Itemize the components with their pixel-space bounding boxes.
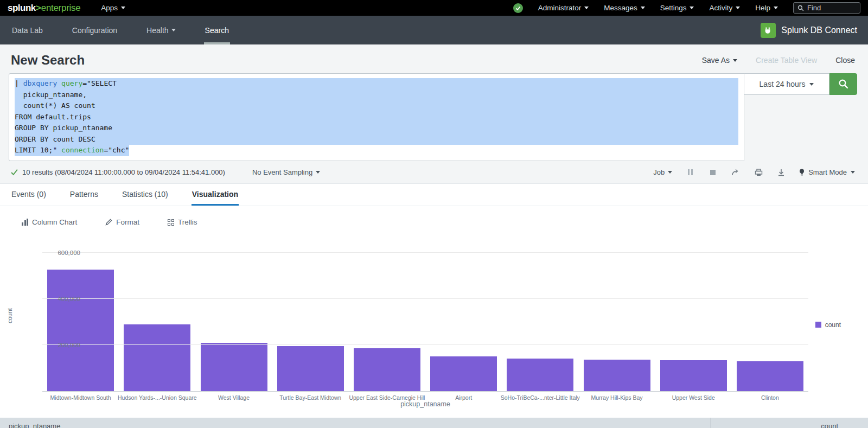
chart-bar-1[interactable] — [47, 270, 114, 391]
create-table-view-label: Create Table View — [756, 56, 817, 65]
help-menu[interactable]: Help — [755, 4, 778, 12]
close-label: Close — [835, 56, 855, 65]
chevron-down-icon — [774, 7, 778, 9]
create-table-view-button[interactable]: Create Table View — [756, 56, 817, 65]
logo-splunk-text: splunk — [8, 3, 36, 14]
tab-patterns[interactable]: Patterns — [69, 184, 99, 206]
app-identity[interactable]: Splunk DB Connect — [761, 16, 857, 44]
job-menu[interactable]: Job — [653, 168, 672, 176]
chevron-down-icon — [809, 83, 814, 86]
search-header-zone: New Search Save As Create Table View Clo… — [0, 44, 868, 184]
pause-job-button[interactable] — [685, 168, 695, 177]
chevron-down-icon — [668, 171, 672, 174]
administrator-menu[interactable]: Administrator — [538, 4, 589, 12]
settings-menu-label: Settings — [660, 4, 687, 12]
tab-statistics[interactable]: Statistics (10) — [122, 184, 169, 206]
print-button[interactable] — [754, 168, 763, 177]
download-icon — [777, 169, 785, 176]
chart-type-button[interactable]: Column Chart — [22, 214, 77, 231]
nav-item-configuration[interactable]: Configuration — [71, 16, 118, 44]
x-axis-title: pickup_ntaname — [42, 400, 808, 408]
time-range-picker[interactable]: Last 24 hours — [744, 73, 829, 95]
chart-bar-5[interactable] — [354, 348, 420, 391]
search-mode-menu[interactable]: Smart Mode — [799, 168, 855, 176]
bar-slot: Midtown-Midtown South — [42, 244, 119, 391]
gridline — [42, 298, 808, 299]
gridline — [42, 252, 808, 253]
nav-label: Data Lab — [12, 26, 43, 35]
nav-item-health[interactable]: Health — [145, 16, 176, 44]
close-button[interactable]: Close — [835, 56, 855, 65]
chart-type-label: Column Chart — [32, 218, 77, 226]
search-mode-label: Smart Mode — [808, 168, 847, 176]
chart-bar-2[interactable] — [124, 324, 190, 391]
chart-bar-9[interactable] — [660, 360, 727, 391]
stop-icon — [710, 170, 716, 175]
app-navbar: Data Lab Configuration Health Search Spl… — [0, 16, 868, 44]
find-input[interactable]: Find — [793, 2, 860, 14]
share-job-button[interactable] — [731, 168, 741, 177]
chart-plot-area: Midtown-Midtown SouthHudson Yards-...-Un… — [42, 244, 808, 392]
query-line: FROM default.trips — [15, 112, 738, 123]
chart-bar-4[interactable] — [277, 346, 344, 391]
chart-bar-6[interactable] — [430, 356, 497, 391]
tab-events[interactable]: Events (0) — [11, 184, 47, 206]
chevron-down-icon — [733, 59, 737, 62]
nav-item-data-lab[interactable]: Data Lab — [11, 16, 44, 44]
administrator-menu-label: Administrator — [538, 4, 582, 12]
format-button[interactable]: Format — [105, 214, 139, 231]
query-line: GROUP BY pickup_ntaname — [15, 123, 738, 134]
chevron-down-icon — [641, 7, 645, 9]
chart-bar-10[interactable] — [737, 361, 803, 391]
event-sampling-label: No Event Sampling — [252, 168, 312, 176]
results-count-text: 10 results (08/04/2024 11:00:00.000 to 0… — [22, 168, 225, 176]
settings-menu[interactable]: Settings — [660, 4, 694, 12]
apps-menu-label: Apps — [101, 4, 118, 12]
messages-menu[interactable]: Messages — [604, 4, 645, 12]
trellis-button[interactable]: Trellis — [168, 214, 197, 231]
bar-slot: Turtle Bay-East Midtown — [272, 244, 349, 391]
chevron-down-icon — [736, 7, 740, 9]
chart-bars: Midtown-Midtown SouthHudson Yards-...-Un… — [42, 244, 808, 391]
chevron-down-icon — [690, 7, 694, 9]
chart-bar-3[interactable] — [201, 343, 267, 391]
chevron-down-icon — [171, 29, 176, 31]
chevron-down-icon — [121, 7, 125, 9]
trellis-grid-icon — [168, 219, 174, 226]
activity-menu-label: Activity — [709, 4, 732, 12]
share-icon — [731, 169, 740, 176]
bar-slot: Hudson Yards-...-Union Square — [119, 244, 195, 391]
table-column-pickup-ntaname[interactable]: pickup_ntaname — [0, 418, 711, 428]
gridline — [42, 344, 808, 345]
save-as-button[interactable]: Save As — [702, 56, 737, 65]
apps-menu[interactable]: Apps — [101, 4, 125, 12]
statistics-table-header: pickup_ntaname count — [0, 418, 868, 428]
legend-swatch — [815, 322, 821, 328]
trellis-label: Trellis — [178, 218, 197, 226]
splunk-db-connect-search-page: splunk > enterprise Apps Administrator M… — [0, 0, 868, 428]
check-icon — [515, 5, 521, 11]
search-query-input[interactable]: | dbxquery query="SELECT pickup_ntaname,… — [9, 73, 744, 161]
bar-slot: SoHo-TriBeCa-...nter-Little Italy — [502, 244, 578, 391]
run-search-button[interactable] — [829, 73, 857, 95]
export-button[interactable] — [776, 168, 786, 177]
chevron-down-icon — [316, 171, 320, 174]
chart-bar-8[interactable] — [584, 360, 650, 391]
chart-legend[interactable]: count — [815, 321, 841, 329]
tab-visualization[interactable]: Visualization — [192, 184, 239, 206]
column-chart-icon — [22, 219, 28, 226]
health-status-icon[interactable] — [513, 3, 523, 13]
nav-item-search[interactable]: Search — [204, 16, 230, 44]
stop-job-button[interactable] — [708, 168, 718, 177]
bar-slot: West Village — [195, 244, 272, 391]
event-sampling-menu[interactable]: No Event Sampling — [252, 168, 320, 176]
table-column-count[interactable]: count — [711, 418, 868, 428]
chart-bar-7[interactable] — [507, 359, 573, 391]
nav-label: Search — [205, 26, 229, 35]
results-tabs: Events (0) Patterns Statistics (10) Visu… — [0, 184, 868, 206]
activity-menu[interactable]: Activity — [709, 4, 740, 12]
search-icon — [797, 5, 804, 11]
query-line: count(*) AS count — [15, 100, 738, 112]
bar-slot: Upper West Side — [655, 244, 732, 391]
splunk-logo[interactable]: splunk > enterprise — [8, 3, 80, 14]
